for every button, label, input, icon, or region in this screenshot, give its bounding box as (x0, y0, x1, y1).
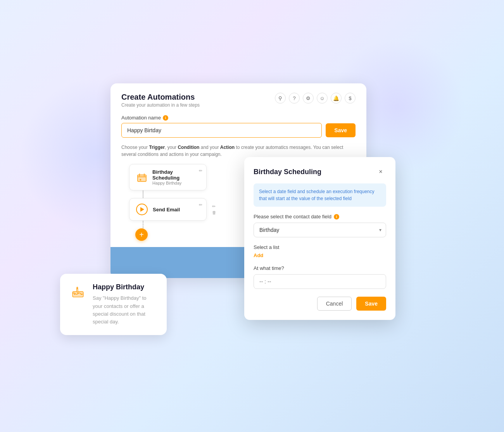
flow-connector-1 (143, 190, 143, 198)
automation-name-input[interactable] (121, 123, 322, 138)
settings-icon[interactable]: ⚙ (303, 93, 314, 104)
cancel-button[interactable]: Cancel (317, 297, 352, 311)
birthday-icon-wrap (69, 283, 86, 300)
search-icon[interactable]: ⚲ (275, 93, 286, 104)
time-label: At what time? (254, 265, 386, 271)
modal-info-box: Select a date field and schedule an exec… (254, 183, 386, 207)
birthday-flow-title: Birthday Scheduling (152, 169, 200, 181)
flow-item-birthday: ★ Birthday Scheduling Happy Birthday ✏ (129, 164, 207, 190)
modal-close-button[interactable]: × (375, 166, 386, 177)
save-button[interactable]: Save (326, 123, 356, 137)
automation-subtitle: Create your automation in a few steps (121, 102, 200, 108)
birthday-card-title: Happy Birthday (93, 283, 157, 291)
automation-title: Create Automations (121, 93, 200, 102)
svg-point-9 (74, 294, 75, 295)
flow-item-email: Send Email ✏ (129, 198, 207, 221)
birthday-select-wrapper: Birthday Anniversary Custom Date ▾ (254, 223, 386, 237)
time-input[interactable] (254, 274, 386, 289)
automation-name-label: Automation name i (121, 115, 356, 121)
automation-description: Choose your Trigger, your Condition and … (121, 144, 356, 158)
flow-connector-2 (143, 221, 143, 228)
play-icon-circle (136, 204, 148, 215)
birthday-flow-text: Birthday Scheduling Happy Birthday (152, 169, 200, 185)
birthday-card: Happy Birthday Say "Happy Birthday" to y… (60, 274, 167, 335)
user-icon[interactable]: ☺ (317, 93, 328, 104)
birthday-edit-icon[interactable]: ✏ (199, 168, 202, 173)
birthday-scheduling-icon: ★ (136, 171, 148, 183)
add-list-link[interactable]: Add (254, 252, 386, 258)
modal-footer: Cancel Save (254, 297, 386, 311)
email-edit-action-icon[interactable]: ✏ (212, 204, 216, 209)
automation-name-field: Automation name i Save (121, 115, 356, 138)
birthday-card-description: Say "Happy Birthday" to your contacts or… (93, 294, 157, 326)
email-action-icons: ✏ 🗑 (212, 204, 216, 215)
currency-icon[interactable]: $ (345, 93, 356, 104)
automation-title-group: Create Automations Create your automatio… (121, 93, 200, 108)
email-delete-icon[interactable]: 🗑 (212, 210, 216, 215)
name-input-row: Save (121, 123, 356, 138)
svg-point-8 (76, 287, 78, 289)
list-label: Select a list (254, 244, 386, 250)
email-edit-icon[interactable]: ✏ (199, 202, 202, 207)
header-icons-group: ⚲ ? ⚙ ☺ 🔔 $ (275, 93, 356, 104)
svg-rect-7 (77, 289, 78, 292)
svg-text:★: ★ (139, 178, 142, 181)
date-field-label: Please select the contact date field i (254, 214, 386, 219)
email-flow-text: Send Email (153, 207, 180, 213)
modal-save-button[interactable]: Save (356, 297, 386, 311)
birthday-flow-subtitle: Happy Birthday (152, 181, 200, 185)
svg-point-11 (81, 294, 82, 295)
help-icon[interactable]: ? (289, 93, 300, 104)
email-flow-title: Send Email (153, 207, 180, 213)
birthday-text-group: Happy Birthday Say "Happy Birthday" to y… (93, 283, 157, 326)
svg-point-10 (78, 293, 79, 294)
birthday-select[interactable]: Birthday Anniversary Custom Date (254, 223, 386, 237)
automation-header: Create Automations Create your automatio… (121, 93, 356, 108)
modal-header: Birthday Scheduling × (254, 166, 386, 177)
modal-title: Birthday Scheduling (254, 168, 321, 176)
bell-icon[interactable]: 🔔 (331, 93, 342, 104)
date-field-info-icon: i (334, 214, 339, 219)
scheduling-modal: Birthday Scheduling × Select a date fiel… (244, 157, 395, 320)
play-triangle (140, 207, 144, 212)
play-icon-box (136, 203, 148, 216)
add-step-button[interactable]: + (135, 228, 148, 241)
name-info-icon: i (163, 115, 168, 121)
cake-icon (71, 284, 85, 299)
